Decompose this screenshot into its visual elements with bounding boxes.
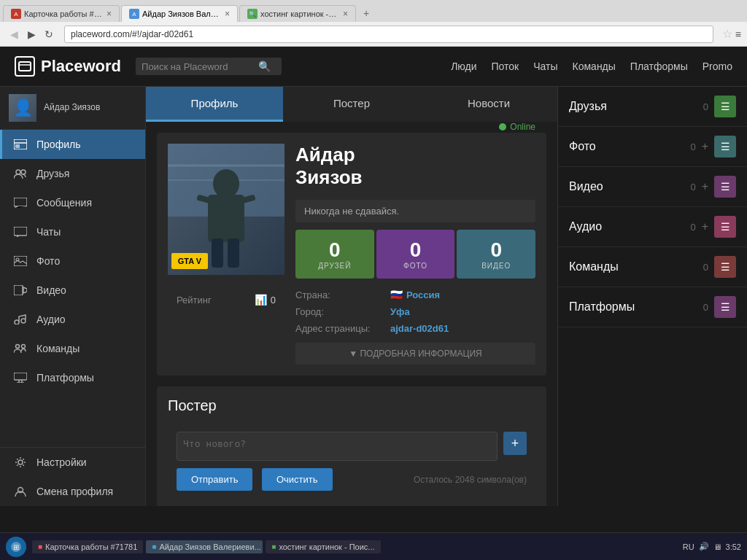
sidebar-label-photos: Фото	[36, 255, 60, 267]
tab-icon-2: A	[129, 9, 139, 19]
sidebar-item-messages[interactable]: Сообщения	[0, 188, 145, 217]
sidebar-label-videos: Видео	[36, 284, 66, 296]
widget-friends-menu[interactable]: ☰	[714, 96, 736, 117]
sidebar-label-teams: Команды	[36, 343, 80, 354]
search-icon[interactable]: 🔍	[258, 61, 271, 72]
sidebar-item-friends[interactable]: Друзья	[0, 159, 145, 188]
tab-close-3[interactable]: ×	[343, 9, 348, 19]
poster-textarea[interactable]	[177, 432, 498, 461]
widget-videos-menu[interactable]: ☰	[714, 176, 736, 198]
widget-videos-label: Видео	[569, 180, 690, 193]
widget-photos-menu[interactable]: ☰	[714, 136, 736, 158]
sidebar-item-settings[interactable]: Настройки	[0, 448, 145, 477]
forward-button[interactable]: ▶	[23, 26, 39, 42]
back-button[interactable]: ◀	[6, 26, 22, 42]
teams-icon	[13, 341, 28, 356]
sidebar-item-videos[interactable]: Видео	[0, 276, 145, 305]
poster-section: Постер + Отправить Очистить Осталось 204…	[157, 386, 546, 506]
sidebar-item-platforms[interactable]: Платформы	[0, 363, 145, 392]
widget-photos-add[interactable]: +	[702, 140, 708, 153]
sidebar-item-teams[interactable]: Команды	[0, 334, 145, 363]
poster-add-button[interactable]: +	[503, 432, 527, 455]
address-input[interactable]	[64, 26, 713, 43]
svg-point-17	[22, 345, 26, 349]
stat-photos-label: ФОТО	[382, 262, 449, 270]
svg-text:GTA V: GTA V	[178, 257, 202, 265]
poster-actions: Отправить Очистить Осталось 2048 символа…	[177, 468, 527, 491]
logo: Placeword	[15, 56, 121, 77]
search-bar[interactable]: 🔍	[136, 58, 282, 75]
browser-tab-3[interactable]: 🔍 хостинг картинок - Поис... ×	[239, 5, 356, 22]
poster-submit-button[interactable]: Отправить	[177, 468, 252, 491]
widget-platforms-menu[interactable]: ☰	[714, 296, 736, 318]
taskbar-item-1[interactable]: ■ Карточка работы #71781	[32, 540, 143, 553]
svg-rect-32	[212, 238, 223, 268]
widget-teams-menu[interactable]: ☰	[714, 256, 736, 278]
poster-clear-button[interactable]: Очистить	[262, 468, 333, 491]
browser-tab-2[interactable]: A Айдар Зиязов Валериеви... ×	[121, 5, 238, 22]
svg-marker-13	[23, 287, 27, 293]
top-nav: Placeword 🔍 Люди Поток Чаты Команды Плат…	[0, 47, 747, 87]
stat-videos-label: ВИДЕО	[462, 262, 530, 270]
browser-menu-button[interactable]: ≡	[735, 28, 741, 40]
sidebar-item-profile[interactable]: Профиль	[0, 130, 145, 159]
browser-tab-1[interactable]: A Карточка работы #71781 ×	[3, 5, 120, 22]
taskbar-item-2[interactable]: ■ Айдар Зиязов Валериеви...	[146, 540, 263, 553]
friends-icon	[13, 166, 28, 181]
show-more-button[interactable]: ▼ ПОДРОБНАЯ ИНФОРМАЦИЯ	[295, 343, 535, 365]
nav-link-platforms[interactable]: Платформы	[630, 58, 688, 75]
rating-icon: 📊	[255, 294, 267, 306]
svg-rect-18	[14, 373, 27, 380]
address-bar[interactable]	[64, 26, 713, 43]
tab-news[interactable]: Новости	[420, 87, 557, 122]
nav-link-promo[interactable]: Promo	[703, 58, 732, 75]
country-name: Россия	[406, 289, 440, 300]
center-content: Профиль Постер Новости	[146, 87, 557, 506]
sidebar-item-chats[interactable]: Чаты	[0, 217, 145, 246]
widget-teams-label: Команды	[569, 260, 703, 273]
stat-videos: 0 ВИДЕО	[457, 230, 535, 279]
nav-link-stream[interactable]: Поток	[492, 58, 519, 75]
sidebar-label-audio: Аудио	[36, 314, 66, 325]
nav-link-teams[interactable]: Команды	[573, 58, 616, 75]
messages-icon	[13, 195, 28, 210]
taskbar-label-1: Карточка работы #71781	[45, 542, 137, 551]
chats-icon	[13, 225, 28, 239]
widget-audio-menu[interactable]: ☰	[714, 216, 736, 238]
sidebar-item-switch-profile[interactable]: Смена профиля	[0, 477, 145, 506]
menu-lines-icon: ☰	[721, 181, 730, 192]
menu-lines-icon: ☰	[721, 301, 730, 313]
search-input[interactable]	[142, 61, 258, 72]
sidebar-item-audio[interactable]: Аудио	[0, 305, 145, 334]
tab-poster[interactable]: Постер	[283, 87, 420, 122]
widget-audio-add[interactable]: +	[702, 220, 708, 233]
sidebar-item-photos[interactable]: Фото	[0, 246, 145, 276]
profile-card: GTA V Рейтинг 📊 0	[157, 133, 546, 376]
new-tab-button[interactable]: +	[357, 4, 375, 22]
refresh-button[interactable]: ↻	[41, 26, 57, 42]
sidebar-label-profile: Профиль	[36, 139, 80, 150]
detail-address: Адрес страницы: ajdar-d02d61	[295, 320, 535, 337]
widget-photos: Фото 0 + ☰	[558, 127, 747, 167]
svg-rect-12	[14, 285, 23, 295]
svg-point-4	[16, 170, 20, 174]
start-button[interactable]: ⊞	[6, 537, 26, 557]
widget-videos-add[interactable]: +	[702, 180, 708, 193]
tab-icon-3: 🔍	[247, 9, 258, 19]
svg-point-16	[16, 345, 20, 349]
nav-link-chats[interactable]: Чаты	[533, 58, 557, 75]
profile-tabs: Профиль Постер Новости	[146, 87, 557, 122]
profile-section: GTA V Рейтинг 📊 0	[146, 122, 557, 506]
tab-close-1[interactable]: ×	[107, 9, 112, 19]
nav-link-people[interactable]: Люди	[451, 58, 476, 75]
tab-close-2[interactable]: ×	[225, 9, 230, 19]
bookmark-star[interactable]: ☆	[722, 27, 732, 41]
taskbar-tray: RU 🔊 🖥 3:52	[683, 542, 741, 551]
user-header: 👤 Айдар Зиязов	[0, 87, 145, 130]
taskbar-item-3[interactable]: ■ хостинг картинок - Поис...	[266, 540, 380, 553]
rating-value: 0	[271, 295, 276, 306]
sidebar-nav: Профиль Друзья Сообщения	[0, 130, 145, 447]
detail-city-value: Уфа	[390, 306, 410, 317]
tab-profile[interactable]: Профиль	[146, 87, 283, 122]
volume-icon: 🔊	[699, 542, 709, 551]
